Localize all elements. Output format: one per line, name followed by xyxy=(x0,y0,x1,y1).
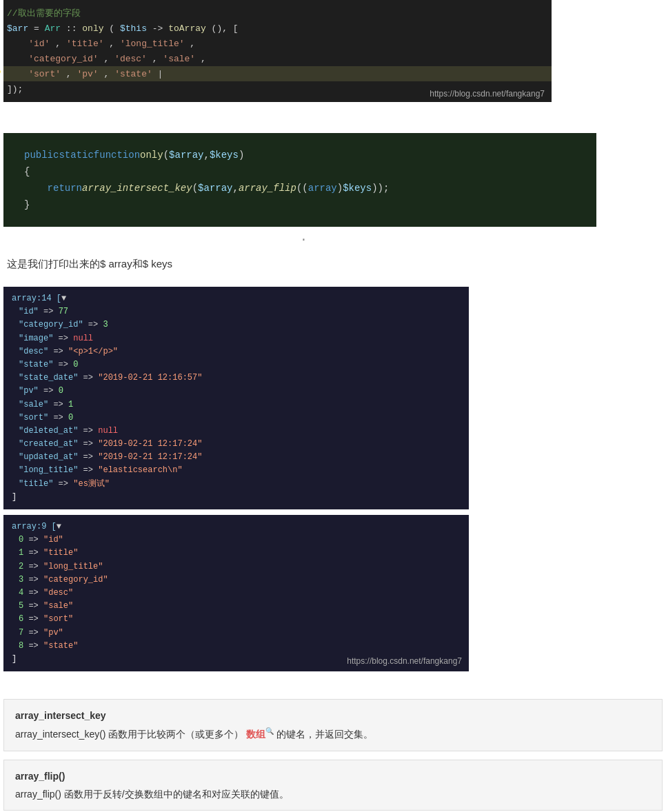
array-item: "created_at" => "2019-02-21 12:17:24" xyxy=(19,438,461,451)
array-close: ] xyxy=(12,491,461,504)
watermark-1: https://blog.csdn.net/fangkang7 xyxy=(430,89,545,99)
info-desc-1: array_intersect_key() 函数用于比较两个（或更多个） 数组🔍… xyxy=(15,726,651,742)
array-item: 8 => "state" xyxy=(19,640,461,653)
code-block-2: public static function only ( $array , $… xyxy=(3,133,596,227)
array-items-2: 0 => "id" 1 => "title" 2 => "long_title"… xyxy=(12,534,461,653)
array-item: "state_date" => "2019-02-21 12:16:57" xyxy=(19,372,461,385)
code-line: { xyxy=(24,163,576,180)
info-desc-end: 的键名，并返回交集。 xyxy=(276,729,373,740)
code-line: } xyxy=(24,196,576,213)
array-item: "desc" => "<p>1</p>" xyxy=(19,345,461,358)
array-item: "image" => null xyxy=(19,332,461,345)
array-item: 2 => "long_title" xyxy=(19,560,461,574)
array-link[interactable]: 数组 xyxy=(246,729,265,740)
array-item: "title" => "es测试" xyxy=(19,478,461,491)
code-text: 'category_id' , 'desc' , 'sale' , xyxy=(3,54,552,64)
array-block-2: array:9 [▼ 0 => "id" 1 => "title" 2 => "… xyxy=(3,515,469,671)
scroll-indicator: . xyxy=(300,230,663,244)
array-item: "pv" => 0 xyxy=(19,385,461,398)
array-item: "updated_at" => "2019-02-21 12:17:24" xyxy=(19,451,461,464)
array-header: array:9 [▼ xyxy=(12,520,461,534)
code-block-1: //取出需要的字段 $arr = Arr :: only ( $this -> … xyxy=(3,0,552,102)
array-item: "id" => 77 xyxy=(19,305,461,318)
code-text: 'id' , 'title' , 'long_title' , xyxy=(3,39,552,49)
array-item: 4 => "desc" xyxy=(19,587,461,600)
link-superscript: 🔍 xyxy=(265,727,274,735)
code-line: public static function only ( $array , $… xyxy=(24,147,576,163)
code-section-1: //取出需要的字段 $arr = Arr :: only ( $this -> … xyxy=(3,0,663,102)
array-item: "state" => 0 xyxy=(19,358,461,372)
text-section: 这是我们打印出来的$ array和$ keys xyxy=(3,247,663,281)
array-item: "sale" => 1 xyxy=(19,398,461,412)
code-line: 'id' , 'title' , 'long_title' , xyxy=(3,36,552,51)
code-line: 'category_id' , 'desc' , 'sale' , xyxy=(3,51,552,66)
code-line-highlight: 💡 'sort' , 'pv' , 'state' | xyxy=(3,66,552,81)
text-content: 这是我们打印出来的$ array和$ keys xyxy=(7,258,172,270)
array-item: "category_id" => 3 xyxy=(19,318,461,332)
array-item: "sort" => 0 xyxy=(19,412,461,425)
array-block-1: array:14 [▼ "id" => 77 "category_id" => … xyxy=(3,287,469,509)
info-desc-2: array_flip() 函数用于反转/交换数组中的键名和对应关联的键值。 xyxy=(15,786,651,802)
info-title-2: array_flip() xyxy=(15,769,651,784)
array-item: 5 => "sale" xyxy=(19,600,461,613)
code-line: return array_intersect_key ( $array , ar… xyxy=(24,180,576,196)
info-title-1: array_intersect_key xyxy=(15,708,651,723)
code-text: //取出需要的字段 xyxy=(3,7,552,19)
info-box-2: array_flip() array_flip() 函数用于反转/交换数组中的键… xyxy=(3,760,663,811)
watermark-2: https://blog.csdn.net/fangkang7 xyxy=(347,655,462,668)
array-item: 0 => "id" xyxy=(19,534,461,547)
array-item: 3 => "category_id" xyxy=(19,574,461,587)
info-box-1: array_intersect_key array_intersect_key(… xyxy=(3,699,663,751)
array-item: "long_title" => "elasticsearch\n" xyxy=(19,464,461,477)
array-header: array:14 [▼ xyxy=(12,292,461,305)
code-line: //取出需要的字段 xyxy=(3,6,552,21)
code-text: 'sort' , 'pv' , 'state' | xyxy=(3,69,552,79)
array-item: 7 => "pv" xyxy=(19,627,461,640)
array-item: "deleted_at" => null xyxy=(19,425,461,438)
array-items-1: "id" => 77 "category_id" => 3 "image" =>… xyxy=(12,305,461,491)
array-item: 1 => "title" xyxy=(19,547,461,560)
lightbulb-icon: 💡 xyxy=(0,68,3,80)
info-desc-text: array_intersect_key() 函数用于比较两个（或更多个） xyxy=(15,729,243,740)
code-text: $arr = Arr :: only ( $this -> toArray ()… xyxy=(3,23,552,34)
page-container: //取出需要的字段 $arr = Arr :: only ( $this -> … xyxy=(0,0,666,811)
code-line: $arr = Arr :: only ( $this -> toArray ()… xyxy=(3,21,552,36)
array-item: 6 => "sort" xyxy=(19,613,461,626)
